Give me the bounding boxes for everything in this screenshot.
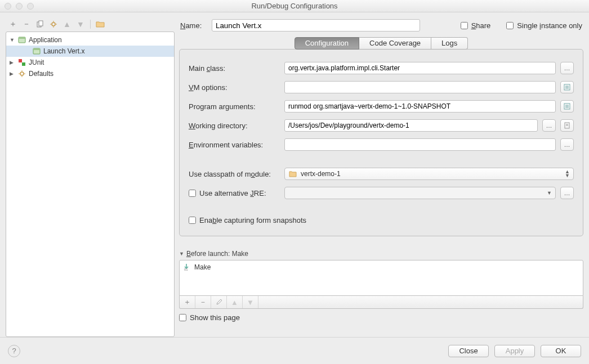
move-up-button[interactable]: ▲ (62, 19, 72, 29)
minimize-window-icon[interactable] (16, 3, 23, 10)
browse-jre-button[interactable]: … (560, 187, 574, 199)
share-checkbox[interactable]: Share (461, 21, 491, 30)
working-dir-input[interactable] (284, 119, 538, 132)
application-icon (32, 47, 41, 56)
share-label: Share (471, 21, 491, 30)
vm-options-input[interactable] (284, 81, 556, 93)
sidebar-toolbar: ＋ － ▲ ▼ (6, 17, 175, 32)
before-launch-list[interactable]: 01 Make (179, 260, 583, 296)
expand-program-args-button[interactable] (560, 100, 574, 113)
program-args-label: Program arguments: (189, 102, 280, 111)
svg-rect-1 (39, 21, 43, 26)
share-checkbox-input[interactable] (461, 22, 468, 29)
before-launch-header[interactable]: ▼ Before launch: Make (179, 250, 583, 258)
env-vars-input[interactable] (284, 138, 556, 151)
window-title: Run/Debug Configurations (0, 2, 589, 10)
zoom-window-icon[interactable] (27, 3, 34, 10)
alt-jre-checkbox[interactable]: Use alternative JRE: (189, 189, 280, 197)
bl-edit-button[interactable] (211, 296, 227, 308)
titlebar: Run/Debug Configurations (0, 0, 589, 12)
browse-main-class-button[interactable]: … (560, 62, 574, 74)
bl-add-button[interactable]: ＋ (180, 296, 195, 308)
alt-jre-select[interactable]: ▼ (284, 187, 556, 199)
apply-button[interactable]: Apply (494, 345, 535, 357)
tree-label: Launch Vert.x (43, 47, 84, 55)
dropdown-arrows-icon: ▲▼ (565, 170, 570, 178)
defaults-icon (17, 69, 26, 78)
make-icon: 01 (182, 263, 191, 272)
expand-arrow-icon[interactable]: ▼ (10, 37, 15, 43)
application-icon (17, 35, 26, 44)
footer: ? Close Apply OK (0, 337, 589, 364)
enable-snapshots-checkbox[interactable]: Enable capturing form snapshots (189, 216, 574, 224)
help-button[interactable]: ? (8, 345, 20, 357)
tab-configuration[interactable]: Configuration (294, 37, 359, 50)
svg-text:01: 01 (184, 268, 188, 271)
single-instance-checkbox[interactable]: Single instance only (506, 21, 582, 30)
tree-item-defaults[interactable]: ▶ Defaults (6, 68, 174, 79)
name-label: Name: (180, 21, 206, 30)
svg-rect-12 (22, 62, 25, 66)
folder-button[interactable] (95, 19, 105, 29)
tree-label: JUnit (29, 59, 44, 66)
svg-rect-10 (33, 48, 40, 50)
collapse-arrow-icon[interactable]: ▼ (179, 251, 184, 257)
main-class-input[interactable] (284, 62, 556, 74)
single-instance-checkbox-input[interactable] (506, 22, 514, 29)
bl-remove-button[interactable]: － (195, 296, 211, 308)
expand-vm-options-button[interactable] (560, 81, 574, 93)
configuration-panel: Main class: … VM options: Program argume… (179, 49, 583, 236)
junit-icon (17, 58, 26, 67)
edit-env-vars-button[interactable]: … (560, 138, 574, 151)
classpath-module-value: vertx-demo-1 (301, 170, 341, 178)
tree-label: Application (29, 36, 62, 44)
show-this-page-checkbox-input[interactable] (179, 314, 186, 321)
copy-config-button[interactable] (35, 19, 45, 29)
bl-down-button[interactable]: ▼ (243, 296, 258, 308)
expand-arrow-icon[interactable]: ▶ (10, 60, 15, 65)
classpath-module-label: Use classpath of module: (189, 170, 280, 178)
window-controls (5, 3, 34, 10)
close-button[interactable]: Close (448, 345, 489, 357)
enable-snapshots-checkbox-input[interactable] (189, 217, 196, 224)
vm-options-label: VM options: (189, 83, 280, 92)
sidebar: ＋ － ▲ ▼ ▼ (6, 17, 175, 337)
svg-point-2 (52, 23, 55, 26)
name-input[interactable] (212, 19, 420, 32)
single-instance-label: Single instance only (517, 21, 582, 30)
tree-item-junit[interactable]: ▶ JUnit (6, 57, 174, 68)
add-config-button[interactable]: ＋ (8, 19, 18, 29)
working-dir-label: Working directory: (189, 122, 280, 130)
before-launch-title: Before launch: Make (186, 250, 248, 258)
classpath-module-select[interactable]: vertx-demo-1 ▲▼ (284, 168, 574, 180)
tab-code-coverage[interactable]: Code Coverage (359, 37, 431, 50)
edit-defaults-button[interactable] (48, 19, 59, 29)
before-launch-item-label: Make (194, 263, 211, 271)
show-this-page-checkbox[interactable]: Show this page (179, 313, 583, 322)
tree-label: Defaults (29, 70, 53, 78)
main-class-label: Main class: (189, 64, 280, 73)
expand-arrow-icon[interactable]: ▶ (10, 71, 15, 77)
alt-jre-checkbox-input[interactable] (189, 190, 196, 197)
move-down-button[interactable]: ▼ (75, 19, 86, 29)
before-launch-toolbar: ＋ － ▲ ▼ (179, 296, 583, 309)
tree-item-application[interactable]: ▼ Application (6, 34, 174, 46)
working-dir-macro-button[interactable] (560, 119, 574, 132)
env-vars-label: Environment variables: (189, 141, 280, 149)
tab-logs[interactable]: Logs (431, 37, 468, 50)
bl-up-button[interactable]: ▲ (227, 296, 243, 308)
remove-config-button[interactable]: － (21, 19, 32, 29)
before-launch-item[interactable]: 01 Make (182, 262, 581, 272)
ok-button[interactable]: OK (541, 345, 581, 357)
svg-rect-8 (19, 37, 25, 39)
tree-item-launch-vertx[interactable]: Launch Vert.x (6, 46, 174, 57)
browse-working-dir-button[interactable]: … (542, 119, 556, 132)
alt-jre-label: Use alternative JRE: (199, 189, 266, 197)
show-this-page-label: Show this page (190, 313, 240, 322)
dropdown-arrow-icon: ▼ (547, 191, 552, 195)
close-window-icon[interactable] (5, 3, 11, 10)
config-tree[interactable]: ▼ Application Launch Vert.x ▶ (6, 32, 175, 337)
svg-rect-11 (19, 59, 22, 62)
before-launch-section: ▼ Before launch: Make 01 Make ＋ － (179, 250, 583, 322)
program-args-input[interactable] (284, 100, 556, 113)
